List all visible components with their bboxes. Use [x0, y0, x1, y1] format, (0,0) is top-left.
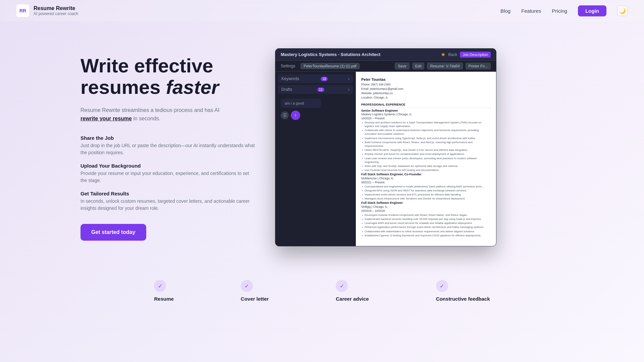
brand-text-group: Resume Rewrite AI powered career coach [34, 5, 78, 16]
app-jd-badge: Job Description [460, 52, 491, 58]
app-keywords-count: 18 [321, 77, 328, 81]
app-keywords-label: Keywords [281, 76, 299, 81]
app-toolbar: Settings PeterTountasResume (1) (1).pdf … [275, 61, 496, 72]
resume-location: Location: Chicago, IL [361, 96, 491, 100]
app-screenshot: Mastery Logistics Systems - Solutions Ar… [275, 48, 496, 246]
feature3-desc: In seconds, unlock custom resumes, targe… [80, 198, 255, 212]
resume-bullet-item: Lead code reviews and mentor junior deve… [361, 157, 491, 164]
brand: RR Resume Rewrite AI powered career coac… [16, 4, 78, 17]
resume-name: Peter Tountas [361, 77, 491, 82]
check-circle-icon: ✓ [436, 280, 448, 292]
resume-job3-title: Full Stack Software Engineer [361, 201, 491, 205]
nav-pricing[interactable]: Pricing [552, 8, 567, 14]
login-button[interactable]: Login [578, 5, 606, 16]
resume-bullet-item: Managed cloud infrastructure with Terraf… [361, 197, 491, 200]
bottom-feature-label: Career advice [336, 296, 369, 302]
resume-bullet-item: Established Cypress UI testing framework… [361, 234, 491, 237]
resume-bullet-item: Designed APIs using JSON and REST for se… [361, 189, 491, 192]
app-edit-button[interactable]: Edit [412, 63, 425, 69]
app-print-button[interactable]: Printer Fri... [466, 63, 491, 69]
app-resume-panel: Peter Tountas Phone: (847) 338-2300 Emai… [356, 72, 496, 246]
check-circle-icon: ✓ [336, 280, 348, 292]
app-chat-send-button[interactable]: ↑ [291, 111, 300, 120]
theme-toggle-button[interactable]: 🌙 [617, 5, 628, 16]
app-chat-bubble: am i a good [281, 99, 321, 108]
app-drafts-label: Drafts [281, 87, 292, 92]
bottom-feature-label: Cover letter [241, 296, 269, 302]
resume-bullet-item: Enhanced application performance through… [361, 225, 491, 229]
app-keywords-section[interactable]: Keywords 18 › [278, 74, 353, 83]
resume-bullet-item: Collaborate with clients to understand b… [361, 128, 491, 136]
bottom-feature-label: Resume [154, 296, 173, 302]
bottom-feature-item: ✓Resume [154, 280, 173, 302]
cta-button[interactable]: Get started today [80, 224, 146, 241]
app-drafts-count: 11 [317, 87, 324, 92]
resume-job1-dates: 10/2020 – Present [361, 117, 491, 121]
bottom-feature-item: ✓Career advice [336, 280, 369, 302]
hero-title-line1: Write effective [80, 55, 213, 76]
resume-job1-bullets: Develop and architect solutions for a Sa… [361, 121, 491, 172]
resume-bullet-item: Leveraged AWS and Azure cloud services f… [361, 221, 491, 225]
resume-exp-section: PROFESSIONAL EXPERIENCE [361, 103, 491, 108]
resume-job1-org: Mastery Logistics Systems | Chicago, IL [361, 113, 491, 117]
navbar-links: Blog Features Pricing Login 🌙 [500, 5, 628, 16]
nav-features[interactable]: Features [521, 8, 541, 14]
resume-job2-org: Mobilenurse | Chicago, IL [361, 177, 491, 181]
bottom-feature-item: ✓Cover letter [241, 280, 269, 302]
hero-title-italic: faster [166, 76, 219, 98]
app-resume-version-badge: Resume: V-7da54 [427, 63, 463, 69]
resume-job2-title: Full Stack Software Engineer, Co-Founder [361, 172, 491, 177]
feature3-title: Get Tailored Results [80, 191, 255, 196]
hero-left: Write effective resumes faster Resume Re… [80, 42, 255, 241]
resume-job3-org: Shiftgig | Chicago, IL [361, 205, 491, 209]
app-sidebar: Keywords 18 › Drafts 11 › am i a good ☰ [275, 72, 356, 246]
feature1-title: Share the Job [80, 135, 255, 141]
resume-phone: Phone: (847) 338-2300 [361, 83, 491, 87]
navbar: RR Resume Rewrite AI powered career coac… [0, 0, 644, 21]
app-save-button[interactable]: Save [395, 63, 409, 69]
resume-bullet-item: Work with SQL and NoSQL databases for op… [361, 164, 491, 168]
app-topbar-title: Mastery Logistics Systems - Solutions Ar… [281, 52, 380, 57]
resume-bullet-item: Developed modular frontend components wi… [361, 213, 491, 217]
app-body: Keywords 18 › Drafts 11 › am i a good ☰ [275, 72, 496, 246]
feature1-desc: Just drop in the job URL or paste the de… [80, 142, 255, 156]
brand-name: Resume Rewrite [34, 5, 78, 11]
resume-bullet-item: Employ Docker and Azure for containeriza… [361, 152, 491, 156]
resume-job2-dates: 08/2021 – Present [361, 181, 491, 185]
app-file-badge: PeterTountasResume (1) (1).pdf [301, 63, 359, 69]
hero-subtitle: Resume Rewrite streamlines a tedious pro… [80, 106, 225, 123]
resume-bullet-item: Utilize RESTful APIs, GraphQL, and OAuth… [361, 148, 491, 152]
app-back-button[interactable]: Back [448, 52, 457, 57]
resume-email: Email: petertountas1@gmail.com [361, 87, 491, 91]
nav-blog[interactable]: Blog [500, 8, 511, 14]
hero-title: Write effective resumes faster [80, 55, 255, 98]
resume-bullet-item: Conceptualized and engineered a mobile p… [361, 185, 491, 188]
feature2-title: Upload Your Background [80, 163, 255, 169]
bottom-features: ✓Resume✓Cover letter✓Career advice✓Const… [0, 260, 644, 315]
app-drafts-section[interactable]: Drafts 11 › [278, 85, 353, 94]
hero-title-line2: resumes [80, 76, 166, 98]
hero-subtitle-text: Resume Rewrite streamlines a tedious pro… [80, 107, 219, 113]
feature-tailored-results: Get Tailored Results In seconds, unlock … [80, 191, 255, 212]
hero-right: Mastery Logistics Systems - Solutions Ar… [275, 42, 604, 246]
check-circle-icon: ✓ [241, 280, 253, 292]
features-list: Share the Job Just drop in the job URL o… [80, 135, 255, 212]
hero-section: Write effective resumes faster Resume Re… [0, 21, 644, 246]
resume-bullet-item: Develop and architect solutions for a Sa… [361, 121, 491, 128]
bottom-feature-item: ✓Constructive feedback [436, 280, 490, 302]
resume-job3-bullets: Developed modular frontend components wi… [361, 213, 491, 237]
brand-tagline: AI powered career coach [34, 11, 78, 16]
resume-job2-bullets: Conceptualized and engineered a mobile p… [361, 185, 491, 201]
resume-job3-dates: 03/2018 – 10/2020 [361, 209, 491, 213]
app-chat-icon: ☰ [281, 111, 289, 119]
bottom-feature-label: Constructive feedback [436, 296, 490, 302]
feature-share-job: Share the Job Just drop in the job URL o… [80, 135, 255, 156]
resume-bullet-item: Implemented event-driven services and ET… [361, 193, 491, 196]
brand-logo: RR [16, 4, 30, 17]
app-settings-tab[interactable]: Settings [281, 64, 295, 68]
resume-job1-title: Senior Software Engineer [361, 109, 491, 113]
resume-website: Website: petertountas.co [361, 92, 491, 96]
resume-bullet-item: Build frontend components with React, Re… [361, 140, 491, 148]
hero-subtitle-end: in seconds. [132, 116, 160, 121]
app-chat-input-row: ☰ ↑ [281, 111, 350, 120]
